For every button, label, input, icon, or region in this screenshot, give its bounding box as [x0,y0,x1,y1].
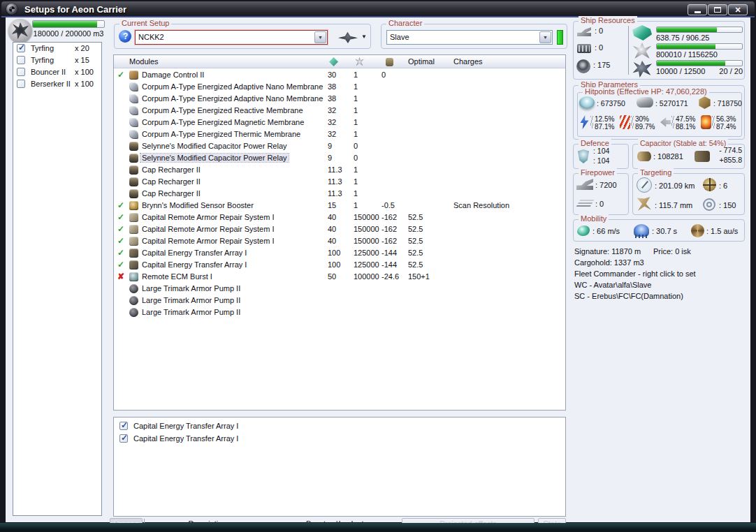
resist-armor-value: 89.7% [635,123,655,131]
module-name[interactable]: Capital Remote Armor Repair System I [142,225,275,233]
tab-description[interactable]: Description [173,519,242,528]
fleet-commander-hint[interactable]: Fleet Commander - right click to set [574,268,748,279]
module-row[interactable]: Large Trimark Armor Pump II [114,306,565,318]
selected-module-checkbox[interactable] [119,422,128,430]
module-cpu-value: 11.3 [328,177,342,186]
module-status-icon [117,212,124,222]
module-row[interactable]: Corpum A-Type Energized Magnetic Membran… [114,117,565,128]
current-setup-group: Current Setup NCKK2 [114,24,371,49]
selected-module-item[interactable]: Capital Energy Transfer Array I [114,420,565,432]
help-icon[interactable] [119,30,131,43]
module-row[interactable]: Corpum A-Type Energized Reactive Membran… [114,105,565,117]
module-row[interactable]: Corpum A-Type Energized Adaptive Nano Me… [114,81,565,93]
module-row[interactable]: Remote ECM Burst I 50 100000 -24.6 150+1 [114,271,565,283]
module-row[interactable]: Capital Remote Armor Repair System I 40 … [114,223,565,235]
module-row[interactable]: Capital Remote Armor Repair System I 40 … [114,235,565,247]
capacitor-recharge-value: +855.8 [711,156,742,164]
module-name[interactable]: Corpum A-Type Energized Reactive Membran… [142,106,303,114]
module-cap-value: -144 [381,249,397,257]
maximize-button[interactable] [708,4,727,15]
firepower-group: Firepower : 7200 : 0 [573,173,629,215]
tab-drones[interactable]: Drones [110,518,143,530]
ship-menu-icon[interactable] [338,31,358,43]
module-name[interactable]: Capital Remote Armor Repair System I [142,213,275,221]
tab-projected-effects[interactable]: Projected effects [402,518,535,530]
module-row[interactable]: Corpum A-Type Energized Thermic Membrane… [114,128,565,140]
combo-arrow-icon[interactable] [314,31,326,43]
drone-name: Berserker II [31,80,71,88]
resist-icon [620,115,630,129]
module-row[interactable]: Selynne's Modified Capacitor Power Relay… [114,140,565,152]
module-row[interactable]: Cap Recharger II 11.3 1 [114,188,565,200]
titlebar[interactable]: Setups for Aeon Carrier [1,1,755,17]
module-status-icon [117,260,124,269]
module-name[interactable]: Large Trimark Armor Pump II [142,296,240,304]
module-powergrid-value: 1 [354,106,358,114]
module-name[interactable]: Capital Remote Armor Repair System I [142,237,275,245]
optimal-column-title: Optimal [408,57,435,66]
module-name[interactable]: Large Trimark Armor Pump II [142,284,240,293]
character-combobox[interactable]: Slave [386,30,553,45]
module-type-icon [129,142,138,151]
module-name[interactable]: Damage Control II [142,71,204,79]
module-name[interactable]: Corpum A-Type Energized Thermic Membrane [142,130,300,138]
tab-boosters-implants[interactable]: Boosters\Implants [293,519,380,528]
cpu-bar [656,27,743,33]
minimize-button[interactable] [688,4,707,15]
drone-checkbox[interactable] [17,68,25,76]
module-name[interactable]: Remote ECM Burst I [142,272,212,281]
module-row[interactable]: Corpum A-Type Energized Adaptive Nano Me… [114,93,565,105]
signature-radius-icon [637,197,652,211]
module-name[interactable]: Selynne's Modified Capacitor Power Relay [140,154,289,162]
close-button[interactable] [728,4,748,15]
module-row[interactable]: Capital Energy Transfer Array I 100 1250… [114,259,565,271]
drone-list[interactable]: Tyrfing x 20 Tyrfing x 15 Bouncer II x 1… [13,42,102,516]
module-cap-value: -0.5 [381,201,395,209]
module-row[interactable]: Capital Energy Transfer Array I 100 1250… [114,247,565,259]
drone-list-item[interactable]: Bouncer II x 100 [13,66,101,78]
module-name[interactable]: Corpum A-Type Energized Magnetic Membran… [142,118,304,126]
selected-module-checkbox[interactable] [119,434,128,443]
module-name[interactable]: Large Trimark Armor Pump II [142,308,240,316]
module-name[interactable]: Cap Recharger II [142,177,201,186]
module-row[interactable]: Selynne's Modified Capacitor Power Relay… [114,152,565,164]
module-row[interactable]: Cap Recharger II 11.3 1 [114,164,565,176]
powergrid-big-icon [632,43,652,59]
module-row[interactable]: Capital Remote Armor Repair System I 40 … [114,212,565,223]
module-row[interactable]: Large Trimark Armor Pump II [114,283,565,295]
ship-menu-caret-icon[interactable] [361,31,370,40]
modules-panel: Modules Optimal Charges Damage Control I… [113,54,566,411]
drone-list-item[interactable]: Tyrfing x 20 [13,43,101,54]
module-row[interactable]: Damage Control II 30 1 0 [114,69,565,81]
tab-stats[interactable]: Stats [538,518,566,530]
drone-checkbox[interactable] [17,80,25,88]
drone-list-item[interactable]: Tyrfing x 15 [13,54,101,66]
setup-combobox[interactable]: NCKK2 [135,30,328,45]
drone-checkbox[interactable] [17,56,25,64]
module-name[interactable]: Selynne's Modified Capacitor Power Relay [142,142,287,150]
combo-arrow-icon[interactable] [539,31,551,43]
resist-armor-value: 88.1% [676,123,695,131]
module-row[interactable]: Brynn's Modified Sensor Booster 15 1 -0.… [114,200,565,212]
targeting-range-value: : 201.09 km [655,182,695,190]
module-name[interactable]: Capital Energy Transfer Array I [142,249,247,257]
module-row[interactable]: Large Trimark Armor Pump II [114,295,565,306]
module-row[interactable]: Cap Recharger II 11.3 1 [114,176,565,188]
selected-module-item[interactable]: Capital Energy Transfer Array I [114,432,565,445]
module-name[interactable]: Capital Energy Transfer Array I [142,260,247,269]
module-name[interactable]: Cap Recharger II [142,165,201,174]
module-name[interactable]: Cap Recharger II [142,189,201,198]
module-name[interactable]: Corpum A-Type Energized Adaptive Nano Me… [142,94,323,103]
module-type-icon [129,237,138,246]
character-skill-status-indicator [557,30,563,45]
module-name[interactable]: Corpum A-Type Energized Adaptive Nano Me… [142,82,323,91]
minimize-icon [695,11,701,13]
module-name[interactable]: Brynn's Modified Sensor Booster [142,201,254,209]
module-cap-value: -162 [381,213,397,221]
missile-dps-icon [576,200,595,208]
drone-checkbox[interactable] [17,44,25,52]
module-cpu-value: 100 [328,249,340,257]
resist-cell: 56.3%87.4% [701,115,741,131]
drone-list-item[interactable]: Berserker II x 100 [13,78,101,90]
dronebay-big-icon [632,61,652,77]
